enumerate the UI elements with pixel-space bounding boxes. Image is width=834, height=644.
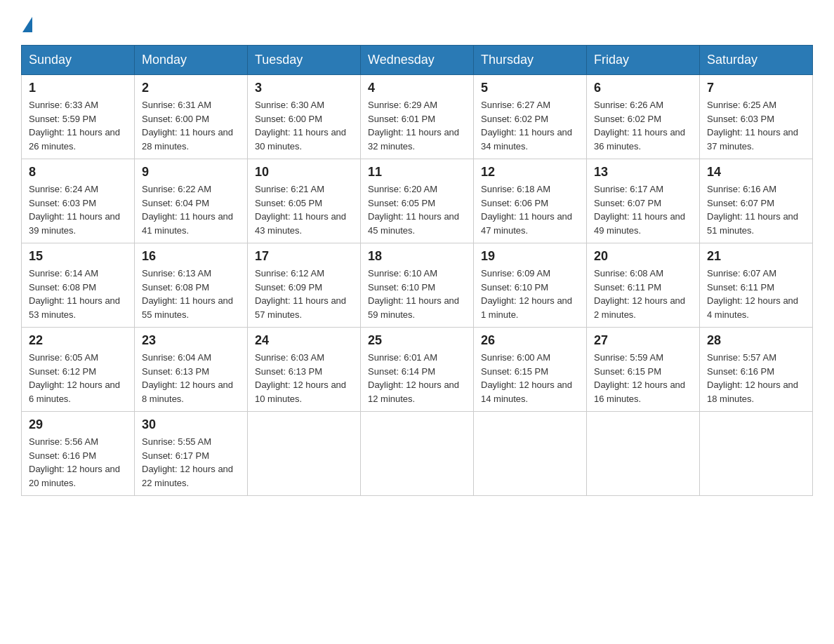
day-info: Sunrise: 6:18 AMSunset: 6:06 PMDaylight:… [481, 182, 579, 237]
calendar-cell: 28Sunrise: 5:57 AMSunset: 6:16 PMDayligh… [700, 328, 813, 412]
day-number: 8 [29, 165, 127, 180]
column-header-tuesday: Tuesday [248, 46, 361, 75]
day-info: Sunrise: 6:09 AMSunset: 6:10 PMDaylight:… [481, 267, 579, 321]
calendar-cell: 1Sunrise: 6:33 AMSunset: 5:59 PMDaylight… [22, 75, 135, 159]
calendar-cell: 21Sunrise: 6:07 AMSunset: 6:11 PMDayligh… [700, 243, 813, 328]
calendar-cell: 10Sunrise: 6:21 AMSunset: 6:05 PMDayligh… [248, 159, 361, 243]
calendar-cell: 26Sunrise: 6:00 AMSunset: 6:15 PMDayligh… [474, 328, 587, 412]
calendar-cell: 11Sunrise: 6:20 AMSunset: 6:05 PMDayligh… [361, 159, 474, 243]
week-row-5: 29Sunrise: 5:56 AMSunset: 6:16 PMDayligh… [22, 412, 813, 496]
calendar-cell: 20Sunrise: 6:08 AMSunset: 6:11 PMDayligh… [587, 243, 700, 328]
day-number: 24 [255, 333, 353, 348]
calendar-cell: 12Sunrise: 6:18 AMSunset: 6:06 PMDayligh… [474, 159, 587, 243]
day-info: Sunrise: 6:00 AMSunset: 6:15 PMDaylight:… [481, 351, 579, 405]
calendar-cell: 16Sunrise: 6:13 AMSunset: 6:08 PMDayligh… [135, 243, 248, 328]
day-number: 20 [594, 249, 692, 264]
day-info: Sunrise: 6:25 AMSunset: 6:03 PMDaylight:… [707, 98, 805, 153]
calendar-cell: 5Sunrise: 6:27 AMSunset: 6:02 PMDaylight… [474, 75, 587, 159]
day-info: Sunrise: 6:27 AMSunset: 6:02 PMDaylight:… [481, 98, 579, 153]
day-info: Sunrise: 5:57 AMSunset: 6:16 PMDaylight:… [707, 351, 805, 405]
page-header [21, 14, 813, 32]
calendar-cell: 23Sunrise: 6:04 AMSunset: 6:13 PMDayligh… [135, 328, 248, 412]
calendar-header-row: SundayMondayTuesdayWednesdayThursdayFrid… [22, 46, 813, 75]
day-number: 19 [481, 249, 579, 264]
day-number: 4 [368, 81, 466, 95]
day-number: 29 [29, 417, 127, 432]
day-info: Sunrise: 6:31 AMSunset: 6:00 PMDaylight:… [142, 98, 240, 153]
calendar-cell: 19Sunrise: 6:09 AMSunset: 6:10 PMDayligh… [474, 243, 587, 328]
calendar-cell: 2Sunrise: 6:31 AMSunset: 6:00 PMDaylight… [135, 75, 248, 159]
day-number: 30 [142, 417, 240, 432]
day-number: 25 [368, 333, 466, 348]
day-info: Sunrise: 6:22 AMSunset: 6:04 PMDaylight:… [142, 182, 240, 237]
day-number: 22 [29, 333, 127, 348]
day-number: 23 [142, 333, 240, 348]
day-number: 9 [142, 165, 240, 180]
day-number: 2 [142, 81, 240, 95]
calendar-cell: 18Sunrise: 6:10 AMSunset: 6:10 PMDayligh… [361, 243, 474, 328]
day-info: Sunrise: 6:30 AMSunset: 6:00 PMDaylight:… [255, 98, 353, 153]
week-row-1: 1Sunrise: 6:33 AMSunset: 5:59 PMDaylight… [22, 75, 813, 159]
week-row-4: 22Sunrise: 6:05 AMSunset: 6:12 PMDayligh… [22, 328, 813, 412]
day-number: 15 [29, 249, 127, 264]
day-number: 16 [142, 249, 240, 264]
calendar-cell: 4Sunrise: 6:29 AMSunset: 6:01 PMDaylight… [361, 75, 474, 159]
calendar-cell: 17Sunrise: 6:12 AMSunset: 6:09 PMDayligh… [248, 243, 361, 328]
day-number: 10 [255, 165, 353, 180]
week-row-2: 8Sunrise: 6:24 AMSunset: 6:03 PMDaylight… [22, 159, 813, 243]
calendar-cell: 8Sunrise: 6:24 AMSunset: 6:03 PMDaylight… [22, 159, 135, 243]
day-info: Sunrise: 6:12 AMSunset: 6:09 PMDaylight:… [255, 267, 353, 321]
logo [21, 14, 32, 32]
calendar-cell: 13Sunrise: 6:17 AMSunset: 6:07 PMDayligh… [587, 159, 700, 243]
column-header-wednesday: Wednesday [361, 46, 474, 75]
column-header-thursday: Thursday [474, 46, 587, 75]
calendar-cell: 25Sunrise: 6:01 AMSunset: 6:14 PMDayligh… [361, 328, 474, 412]
column-header-sunday: Sunday [22, 46, 135, 75]
calendar-cell [248, 412, 361, 496]
calendar-cell [361, 412, 474, 496]
day-info: Sunrise: 6:13 AMSunset: 6:08 PMDaylight:… [142, 267, 240, 321]
day-info: Sunrise: 6:33 AMSunset: 5:59 PMDaylight:… [29, 98, 127, 153]
calendar-cell: 30Sunrise: 5:55 AMSunset: 6:17 PMDayligh… [135, 412, 248, 496]
day-info: Sunrise: 5:55 AMSunset: 6:17 PMDaylight:… [142, 435, 240, 490]
calendar-cell: 9Sunrise: 6:22 AMSunset: 6:04 PMDaylight… [135, 159, 248, 243]
calendar-cell [700, 412, 813, 496]
day-number: 17 [255, 249, 353, 264]
day-number: 14 [707, 165, 805, 180]
column-header-friday: Friday [587, 46, 700, 75]
calendar-table: SundayMondayTuesdayWednesdayThursdayFrid… [21, 45, 813, 496]
day-number: 11 [368, 165, 466, 180]
calendar-cell: 29Sunrise: 5:56 AMSunset: 6:16 PMDayligh… [22, 412, 135, 496]
day-number: 6 [594, 81, 692, 95]
day-number: 12 [481, 165, 579, 180]
column-header-saturday: Saturday [700, 46, 813, 75]
logo-triangle-icon [22, 17, 32, 32]
day-info: Sunrise: 6:05 AMSunset: 6:12 PMDaylight:… [29, 351, 127, 405]
day-info: Sunrise: 6:26 AMSunset: 6:02 PMDaylight:… [594, 98, 692, 153]
day-number: 13 [594, 165, 692, 180]
calendar-cell: 3Sunrise: 6:30 AMSunset: 6:00 PMDaylight… [248, 75, 361, 159]
calendar-cell [474, 412, 587, 496]
day-number: 27 [594, 333, 692, 348]
day-number: 1 [29, 81, 127, 95]
calendar-cell: 7Sunrise: 6:25 AMSunset: 6:03 PMDaylight… [700, 75, 813, 159]
day-number: 28 [707, 333, 805, 348]
day-info: Sunrise: 6:24 AMSunset: 6:03 PMDaylight:… [29, 182, 127, 237]
day-info: Sunrise: 6:20 AMSunset: 6:05 PMDaylight:… [368, 182, 466, 237]
day-number: 3 [255, 81, 353, 95]
day-info: Sunrise: 6:07 AMSunset: 6:11 PMDaylight:… [707, 267, 805, 321]
calendar-cell: 6Sunrise: 6:26 AMSunset: 6:02 PMDaylight… [587, 75, 700, 159]
calendar-cell: 22Sunrise: 6:05 AMSunset: 6:12 PMDayligh… [22, 328, 135, 412]
calendar-cell: 24Sunrise: 6:03 AMSunset: 6:13 PMDayligh… [248, 328, 361, 412]
day-info: Sunrise: 6:01 AMSunset: 6:14 PMDaylight:… [368, 351, 466, 405]
day-number: 7 [707, 81, 805, 95]
day-info: Sunrise: 6:08 AMSunset: 6:11 PMDaylight:… [594, 267, 692, 321]
week-row-3: 15Sunrise: 6:14 AMSunset: 6:08 PMDayligh… [22, 243, 813, 328]
day-info: Sunrise: 6:16 AMSunset: 6:07 PMDaylight:… [707, 182, 805, 237]
day-info: Sunrise: 6:10 AMSunset: 6:10 PMDaylight:… [368, 267, 466, 321]
day-number: 18 [368, 249, 466, 264]
day-info: Sunrise: 6:04 AMSunset: 6:13 PMDaylight:… [142, 351, 240, 405]
day-info: Sunrise: 6:17 AMSunset: 6:07 PMDaylight:… [594, 182, 692, 237]
day-info: Sunrise: 5:59 AMSunset: 6:15 PMDaylight:… [594, 351, 692, 405]
calendar-cell: 15Sunrise: 6:14 AMSunset: 6:08 PMDayligh… [22, 243, 135, 328]
